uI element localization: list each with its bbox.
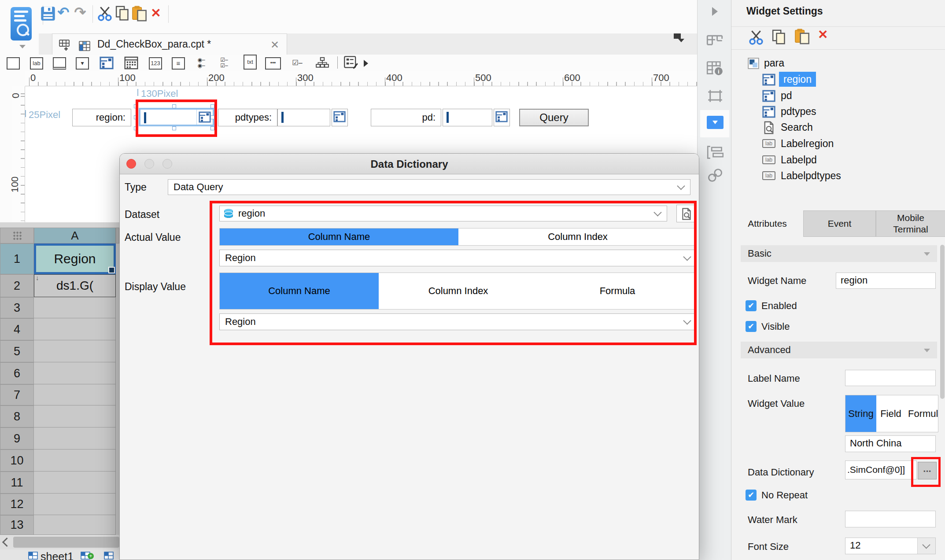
cell[interactable] xyxy=(34,297,116,318)
scroll-left-icon[interactable] xyxy=(2,538,11,547)
horizontal-scrollbar[interactable] xyxy=(0,535,119,549)
hyperlink-tab-icon[interactable] xyxy=(707,167,724,183)
cell[interactable] xyxy=(34,515,116,535)
row-header[interactable]: 12 xyxy=(0,494,34,515)
date-editor-widget-icon[interactable] xyxy=(124,56,138,70)
tree-item-pdtypes[interactable]: pdtypes xyxy=(731,104,945,120)
pdtypes-dropdown-button[interactable] xyxy=(332,109,348,126)
region-label-widget[interactable]: region: xyxy=(72,109,131,126)
tab-formula[interactable]: Formula xyxy=(905,395,938,432)
section-basic[interactable]: Basic xyxy=(741,245,937,262)
no-repeat-checkbox[interactable]: ✔ xyxy=(746,490,757,501)
section-advanced[interactable]: Advanced xyxy=(741,342,937,358)
font-size-dropdown[interactable]: 12 xyxy=(845,538,936,554)
cell[interactable] xyxy=(34,340,116,362)
enabled-checkbox[interactable]: ✔ xyxy=(746,300,757,311)
combo-dropdown-icon[interactable] xyxy=(333,111,346,122)
delete-button[interactable]: ✕ xyxy=(147,4,165,22)
type-dropdown[interactable]: Data Query xyxy=(168,179,690,195)
cell[interactable] xyxy=(34,384,116,405)
tab-mobile-terminal[interactable]: Mobile Terminal xyxy=(876,210,945,237)
label-name-input[interactable] xyxy=(845,370,936,386)
minimize-traffic-light[interactable] xyxy=(144,159,154,169)
row-header[interactable]: 11 xyxy=(0,472,34,494)
check-box-widget-icon[interactable]: ☑– xyxy=(291,57,304,70)
cell[interactable] xyxy=(34,362,116,384)
query-button[interactable]: Query xyxy=(519,109,589,126)
cell-attributes-tab-icon[interactable] xyxy=(706,61,723,76)
cut-widget-button[interactable] xyxy=(748,29,764,45)
cell[interactable] xyxy=(34,494,116,515)
panel-scrollbar-thumb[interactable] xyxy=(940,245,945,399)
widget-settings-tab-active[interactable] xyxy=(700,110,729,137)
row-header[interactable]: 4 xyxy=(0,318,34,340)
collapse-panel-icon[interactable] xyxy=(712,7,718,16)
tab-event[interactable]: Event xyxy=(803,210,876,237)
dropdown-button[interactable] xyxy=(917,538,935,554)
widget-value-input[interactable]: North China xyxy=(845,435,936,452)
cut-button[interactable] xyxy=(97,5,113,21)
copy-widget-button[interactable] xyxy=(771,29,787,45)
data-dictionary-input[interactable]: .SimConf@0]] xyxy=(845,461,917,479)
text-area-widget-icon[interactable] xyxy=(53,57,66,70)
tab-attributes[interactable]: Attributes xyxy=(731,210,803,237)
redo-button[interactable]: ↷ xyxy=(71,4,89,21)
row-header[interactable]: 6 xyxy=(0,362,34,384)
new-template-icon[interactable] xyxy=(59,39,70,51)
tab-close-icon[interactable]: ✕ xyxy=(270,39,279,51)
visible-checkbox[interactable]: ✔ xyxy=(746,321,757,332)
cell-a1-selected[interactable]: Region xyxy=(34,243,116,274)
row-header[interactable]: 5 xyxy=(0,340,34,362)
cell[interactable] xyxy=(34,427,116,449)
water-mark-input[interactable] xyxy=(845,511,936,527)
combo-box-widget-icon[interactable]: ▾ xyxy=(76,57,89,70)
delete-widget-button[interactable]: ✕ xyxy=(818,27,828,42)
float-window-arrow-icon[interactable] xyxy=(678,39,684,42)
password-widget-icon[interactable]: ••• xyxy=(265,57,281,70)
close-traffic-light[interactable] xyxy=(126,159,136,169)
text-editor-widget-icon[interactable] xyxy=(7,57,20,70)
row-header[interactable]: 2 xyxy=(0,274,34,297)
pdtypes-field-widget[interactable] xyxy=(277,109,330,126)
tree-item-labelregion[interactable]: lab Labelregion xyxy=(731,136,945,152)
scrollbar-thumb[interactable] xyxy=(13,537,119,548)
fill-handle[interactable] xyxy=(108,267,115,273)
tree-item-pd[interactable]: pd xyxy=(731,88,945,104)
combo-dropdown-icon[interactable] xyxy=(495,111,508,122)
float-window-icon[interactable] xyxy=(674,33,681,39)
add-sheet-plus-icon[interactable]: + xyxy=(88,553,94,559)
copy-button[interactable] xyxy=(114,5,130,21)
radio-group-widget-icon[interactable]: ◉–◉– xyxy=(195,57,208,70)
cell-element-tab-icon[interactable] xyxy=(706,32,724,47)
pd-label-widget[interactable]: pd: xyxy=(371,109,441,126)
column-header-partial[interactable] xyxy=(116,228,119,243)
row-header[interactable]: 7 xyxy=(0,384,34,405)
zoom-traffic-light[interactable] xyxy=(162,159,172,169)
border-tab-icon[interactable] xyxy=(707,89,723,103)
app-menu-chevron-icon[interactable] xyxy=(19,45,26,48)
row-header[interactable]: 3 xyxy=(0,297,34,318)
app-logo-icon[interactable] xyxy=(11,7,32,41)
row-header[interactable]: 10 xyxy=(0,449,34,472)
cell[interactable] xyxy=(34,449,116,472)
select-all-corner[interactable] xyxy=(0,228,34,243)
form-widget-icon[interactable] xyxy=(343,55,358,70)
row-header[interactable]: 9 xyxy=(0,427,34,449)
sheet-tab[interactable]: sheet1 xyxy=(41,550,74,560)
document-tab-title[interactable]: Dd_CheckBox_para.cpt * xyxy=(97,33,211,55)
tree-item-para[interactable]: para xyxy=(731,55,945,71)
more-widgets-icon[interactable] xyxy=(364,60,368,67)
undo-button[interactable]: ↶ xyxy=(55,4,72,21)
dialog-titlebar[interactable]: Data Dictionary xyxy=(120,154,699,174)
cell[interactable] xyxy=(34,472,116,494)
tree-widget-icon[interactable] xyxy=(315,56,329,69)
row-header[interactable]: 13 xyxy=(0,515,34,535)
tree-item-search[interactable]: Search xyxy=(731,120,945,136)
label-widget-icon[interactable]: lab xyxy=(30,57,43,70)
tree-item-region[interactable]: region xyxy=(731,72,945,88)
add-polyblock-icon[interactable] xyxy=(104,552,114,560)
widget-name-input[interactable]: region xyxy=(836,273,936,289)
combo-check-box-widget-icon[interactable] xyxy=(100,55,114,70)
tab-string[interactable]: String xyxy=(845,395,876,432)
pd-dropdown-button[interactable] xyxy=(494,109,510,126)
